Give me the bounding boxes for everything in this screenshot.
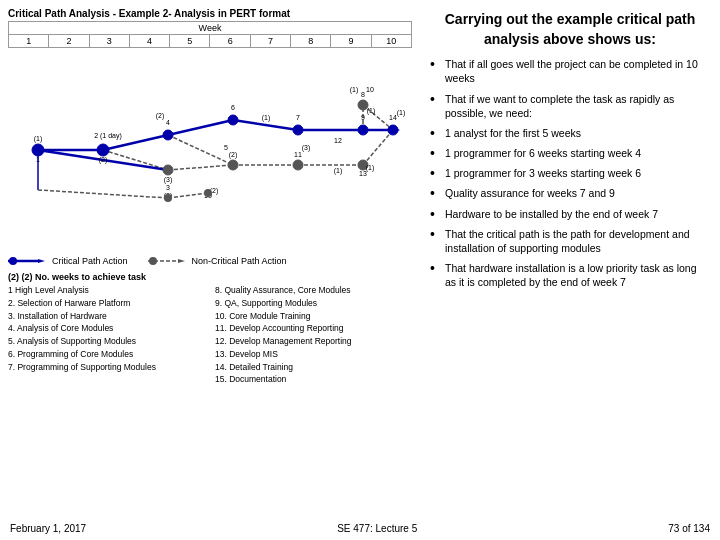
tasks-section: (2) (2) No. weeks to achieve task 1 High… xyxy=(8,272,412,386)
bullet-dot-icon: • xyxy=(430,261,442,275)
bullet-item: •1 programmer for 3 weeks starting week … xyxy=(430,166,710,180)
svg-point-19 xyxy=(228,115,238,125)
svg-line-6 xyxy=(103,150,168,170)
svg-text:5: 5 xyxy=(224,144,228,151)
task-item: 13. Develop MIS xyxy=(215,348,412,361)
tasks-header: (2) (2) No. weeks to achieve task xyxy=(8,272,412,282)
week-numbers-row: 12345678910 xyxy=(9,35,412,48)
svg-text:(3): (3) xyxy=(302,144,311,152)
bullet-dot-icon: • xyxy=(430,146,442,160)
footer: February 1, 2017 SE 477: Lecture 5 73 of… xyxy=(0,523,720,534)
svg-point-17 xyxy=(163,130,173,140)
task-item: 9. QA, Supporting Modules xyxy=(215,297,412,310)
bullet-item: •That the critical path is the path for … xyxy=(430,227,710,255)
week-table: Week 12345678910 xyxy=(8,21,412,48)
svg-text:(1): (1) xyxy=(262,114,271,122)
bullet-dot-icon: • xyxy=(430,227,442,241)
bullet-item: •That if we want to complete the task as… xyxy=(430,92,710,120)
week-number-cell: 9 xyxy=(331,35,371,48)
svg-text:6: 6 xyxy=(231,104,235,111)
svg-text:(1): (1) xyxy=(397,109,406,117)
bullet-text: 1 programmer for 6 weeks starting week 4 xyxy=(445,146,641,160)
week-number-cell: 8 xyxy=(291,35,331,48)
task-item: 11. Develop Accounting Reporting xyxy=(215,322,412,335)
svg-text:12: 12 xyxy=(334,137,342,144)
svg-text:8: 8 xyxy=(361,91,365,98)
pert-diagram: (1) 1 (2) 4 (2) (3) 2 (1 day) 6 (2) 5 7 … xyxy=(8,50,408,250)
bullet-text: That if all goes well the project can be… xyxy=(445,57,710,85)
svg-text:(1): (1) xyxy=(350,86,359,94)
svg-line-3 xyxy=(233,120,298,130)
week-number-cell: 3 xyxy=(89,35,129,48)
svg-text:11: 11 xyxy=(294,151,302,158)
critical-legend-label: Critical Path Action xyxy=(52,256,128,266)
svg-line-60 xyxy=(168,193,208,198)
task-item: 4. Analysis of Core Modules xyxy=(8,322,205,335)
svg-text:9: 9 xyxy=(361,114,365,121)
bullet-text: 1 analyst for the first 5 weeks xyxy=(445,126,581,140)
task-item: 12. Develop Management Reporting xyxy=(215,335,412,348)
tasks-columns: 1 High Level Analysis2. Selection of Har… xyxy=(8,284,412,386)
right-panel-title: Carrying out the example critical path a… xyxy=(430,10,710,49)
task-item: 5. Analysis of Supporting Modules xyxy=(8,335,205,348)
bullet-dot-icon: • xyxy=(430,166,442,180)
svg-text:(2): (2) xyxy=(99,156,108,164)
svg-point-20 xyxy=(228,160,238,170)
svg-text:4: 4 xyxy=(166,119,170,126)
task-item: 10. Core Module Training xyxy=(215,310,412,323)
bullet-dot-icon: • xyxy=(430,57,442,71)
svg-point-22 xyxy=(293,160,303,170)
svg-text:10: 10 xyxy=(366,86,374,93)
tasks-left-col: 1 High Level Analysis2. Selection of Har… xyxy=(8,284,205,386)
svg-line-55 xyxy=(38,190,168,198)
bullet-item: •1 analyst for the first 5 weeks xyxy=(430,126,710,140)
task-item: 1 High Level Analysis xyxy=(8,284,205,297)
svg-line-7 xyxy=(168,165,233,170)
svg-text:(2): (2) xyxy=(229,151,238,159)
week-label: Week xyxy=(9,22,412,35)
svg-text:(1): (1) xyxy=(334,167,343,175)
svg-text:2 (1 day): 2 (1 day) xyxy=(94,132,122,140)
task-item: 2. Selection of Harware Platform xyxy=(8,297,205,310)
svg-text:(1): (1) xyxy=(366,164,375,172)
left-panel: Critical Path Analysis - Example 2- Anal… xyxy=(0,0,420,540)
svg-point-66 xyxy=(149,257,157,265)
svg-marker-67 xyxy=(178,259,185,263)
bullet-item: •1 programmer for 6 weeks starting week … xyxy=(430,146,710,160)
bullet-text: Hardware to be installed by the end of w… xyxy=(445,207,658,221)
critical-legend: Critical Path Action xyxy=(8,256,128,266)
footer-page: 73 of 134 xyxy=(668,523,710,534)
week-number-cell: 5 xyxy=(170,35,210,48)
tasks-right-col: 8. Quality Assurance, Core Modules9. QA,… xyxy=(215,284,412,386)
svg-text:(2): (2) xyxy=(156,112,165,120)
bullet-text: 1 programmer for 3 weeks starting week 6 xyxy=(445,166,641,180)
task-item: 3. Installation of Hardware xyxy=(8,310,205,323)
svg-text:13: 13 xyxy=(359,170,367,177)
task-item: 7. Programming of Supporting Modules xyxy=(8,361,205,374)
svg-point-16 xyxy=(97,144,109,156)
right-panel: Carrying out the example critical path a… xyxy=(420,0,720,540)
bullet-dot-icon: • xyxy=(430,207,442,221)
svg-text:(1): (1) xyxy=(367,107,376,115)
noncritical-legend-label: Non-Critical Path Action xyxy=(192,256,287,266)
bullet-item: •That hardware installation is a low pri… xyxy=(430,261,710,289)
bullet-list: •That if all goes well the project can b… xyxy=(430,57,710,289)
week-number-cell: 6 xyxy=(210,35,250,48)
noncritical-legend: Non-Critical Path Action xyxy=(148,256,287,266)
svg-point-23 xyxy=(358,125,368,135)
week-number-cell: 10 xyxy=(371,35,411,48)
svg-text:3: 3 xyxy=(166,184,170,191)
bullet-text: Quality assurance for weeks 7 and 9 xyxy=(445,186,615,200)
footer-course: SE 477: Lecture 5 xyxy=(337,523,417,534)
task-item: 15. Documentation xyxy=(215,373,412,386)
svg-point-21 xyxy=(293,125,303,135)
bullet-item: •Quality assurance for weeks 7 and 9 xyxy=(430,186,710,200)
bullet-text: That if we want to complete the task as … xyxy=(445,92,710,120)
bullet-text: That the critical path is the path for d… xyxy=(445,227,710,255)
bullet-dot-icon: • xyxy=(430,92,442,106)
svg-point-63 xyxy=(9,257,17,265)
bullet-item: •That if all goes well the project can b… xyxy=(430,57,710,85)
diagram-title: Critical Path Analysis - Example 2- Anal… xyxy=(8,8,412,19)
task-item: 14. Detailed Training xyxy=(215,361,412,374)
week-number-cell: 4 xyxy=(129,35,169,48)
